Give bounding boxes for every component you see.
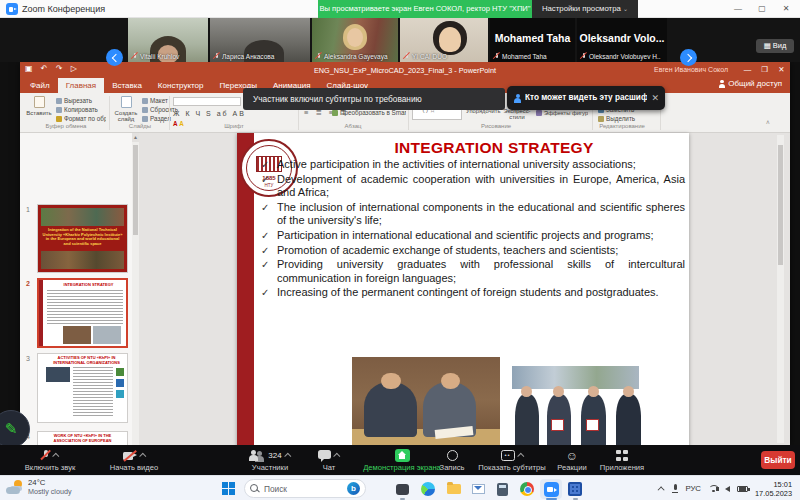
current-slide[interactable]: 1885 НТУ INTEGRATION STRATEGY Active par… [237, 133, 689, 445]
taskbar-calculator-icon[interactable] [491, 479, 513, 499]
select-icon [598, 116, 604, 122]
format-painter-button[interactable]: Формат по образцу [56, 115, 106, 122]
zoom-app-icon [6, 3, 18, 15]
copy-button[interactable]: Копировать [56, 106, 98, 113]
video-tile[interactable]: Oleksandr Volo... Oleksandr Volobuyev H.… [577, 18, 667, 62]
taskbar-chrome-icon[interactable] [516, 479, 538, 499]
scroll-up-arrow[interactable]: ▲ [132, 133, 139, 142]
view-layout-button[interactable]: ▦ Вид [756, 39, 794, 53]
weather-widget[interactable]: 24°C Mostly cloudy [6, 478, 72, 496]
chevron-up-icon[interactable] [139, 453, 146, 460]
search-placeholder: Поиск [264, 484, 342, 494]
taskbar-chat-app-icon[interactable] [391, 479, 413, 499]
slide-number: 3 [26, 355, 30, 362]
cut-button[interactable]: Вырезать [56, 97, 92, 104]
start-video-button[interactable]: Начать видео [94, 447, 174, 473]
start-button[interactable] [222, 482, 235, 495]
chevron-up-icon[interactable] [517, 453, 524, 460]
subtitles-toast: Участник включил субтитры по требованию [243, 88, 505, 110]
record-icon [447, 450, 458, 461]
panel-scrollbar[interactable]: ▲ [132, 133, 139, 445]
paste-button[interactable]: Вставить [25, 96, 53, 116]
photo-signing-ceremony [352, 357, 500, 445]
apps-button[interactable]: Приложения [596, 447, 648, 473]
ppt-minimize-button[interactable]: — [739, 62, 756, 77]
chevron-up-icon[interactable] [333, 453, 340, 460]
slide-thumbnail-3[interactable]: ACTIVITIES OF NTU «KhPI» IN INTERNATIONA… [37, 353, 128, 423]
chevron-up-icon[interactable] [284, 453, 291, 460]
tray-mic-icon[interactable] [672, 484, 678, 493]
ppt-share-button[interactable]: Общий доступ [718, 79, 782, 88]
bullet-item: Active participation in the activities o… [261, 158, 685, 172]
scroll-left-arrow[interactable] [106, 49, 123, 66]
font-name-input[interactable] [173, 97, 241, 106]
reactions-button[interactable]: ☺ Реакции [550, 447, 594, 473]
font-color-button[interactable]: А А [173, 120, 184, 127]
slide-thumbnail-4[interactable]: WORK OF NTU «KhPI» IN THE ASSOCIATION OF… [37, 431, 128, 445]
slide-thumbnail-1[interactable]: Integration of the National Technical Un… [37, 204, 128, 273]
taskbar-clock[interactable]: 15:01 17.05.2023 [755, 480, 792, 498]
person-icon [718, 80, 725, 88]
video-tile[interactable]: Aleksandra Gayevaya [312, 18, 398, 62]
maximize-button[interactable]: ▢ [750, 0, 774, 18]
chevron-down-icon: ⌄ [623, 6, 628, 12]
zoom-window-titlebar: Zoom Конференция Вы просматриваете экран… [0, 0, 800, 18]
windows-taskbar: 24°C Mostly cloudy Поиск b РУС [0, 475, 800, 500]
video-tile[interactable]: Vitalii Kruhlov [128, 18, 208, 62]
battery-icon[interactable] [737, 486, 748, 492]
bullet-item: Increasing of the permanent contingent o… [261, 286, 685, 300]
scroll-right-arrow[interactable] [680, 49, 697, 66]
leave-meeting-button[interactable]: Выйти [761, 451, 795, 469]
collapse-ribbon-chevron[interactable]: ˄ [766, 119, 770, 126]
taskbar-blue-app-icon[interactable] [564, 479, 586, 499]
subtitles-button[interactable]: •• Показать субтитры [474, 447, 550, 473]
layout-button[interactable]: Макет [142, 97, 168, 104]
unmute-button[interactable]: Включить звук [8, 447, 92, 473]
tab-design[interactable]: Конструктор [150, 78, 212, 93]
tab-insert[interactable]: Вставка [104, 78, 150, 93]
select-button[interactable]: Выделить [598, 115, 635, 122]
participant-video [347, 28, 363, 47]
mic-muted-icon [41, 450, 50, 462]
taskbar-mail-icon[interactable] [467, 479, 489, 499]
section-button[interactable]: Раздел [142, 115, 171, 122]
minimize-button[interactable]: — [726, 0, 750, 18]
taskbar-explorer-icon[interactable] [443, 479, 465, 499]
bullet-item: Development of academic cooperation with… [261, 173, 685, 200]
clipboard-group-label: Буфер обмена [38, 123, 94, 129]
bullet-item: Providing university graduates with prof… [261, 258, 685, 285]
video-tile[interactable]: Лариса Анкасова [210, 18, 310, 62]
slide-scrollbar[interactable] [777, 135, 784, 443]
drawing-group-label: Рисование [466, 123, 526, 129]
language-indicator[interactable]: РУС [685, 484, 701, 493]
tab-home[interactable]: Главная [58, 78, 104, 93]
participants-button[interactable]: 324 Участники [238, 447, 302, 473]
chat-button[interactable]: Чат [308, 447, 350, 473]
chevron-up-icon[interactable] [52, 453, 59, 460]
slide-canvas: 1885 НТУ INTEGRATION STRATEGY Active par… [139, 133, 790, 445]
tray-expand-chevron[interactable] [658, 486, 665, 493]
ppt-restore-button[interactable]: ❐ [756, 62, 773, 77]
weather-icon [6, 480, 24, 495]
view-settings-dropdown[interactable]: Настройки просмотра ⌄ [532, 0, 638, 18]
record-button[interactable]: Запись [432, 447, 472, 473]
apps-grid-icon [616, 450, 628, 462]
powerpoint-window: ▣ ↶ ↷ ▷ ENG_NSU_ExP_MicroCAD_2023_Final_… [20, 62, 790, 445]
ppt-close-button[interactable]: ✕ [773, 62, 790, 77]
taskbar-zoom-icon-active[interactable] [540, 479, 562, 499]
video-tile[interactable]: Mohamed Taha Mohamed Taha [490, 18, 575, 62]
speaker-icon[interactable] [725, 486, 730, 492]
video-tile[interactable]: YI CAI DUO [400, 18, 488, 62]
font-style-buttons[interactable]: Ж К Ч S аб АВ [173, 110, 246, 117]
taskbar-search[interactable]: Поиск b [244, 479, 366, 498]
tab-file[interactable]: Файл [22, 78, 58, 93]
new-slide-button[interactable]: Создать слайд [112, 96, 140, 122]
new-slide-icon [121, 96, 132, 108]
quick-access-toolbar[interactable]: ▣ ↶ ↷ ▷ [25, 64, 80, 73]
toast-close-icon[interactable]: ✕ [651, 86, 659, 110]
shape-effects-button[interactable]: Эффекты фигуры [536, 110, 588, 116]
smartart-button[interactable]: Преобразовать в SmartArt [332, 109, 406, 116]
slide-thumbnail-2-selected[interactable]: INTEGRATION STRATEGY [37, 278, 128, 348]
taskbar-edge-icon[interactable] [417, 479, 439, 499]
close-button[interactable]: ✕ [774, 0, 798, 18]
